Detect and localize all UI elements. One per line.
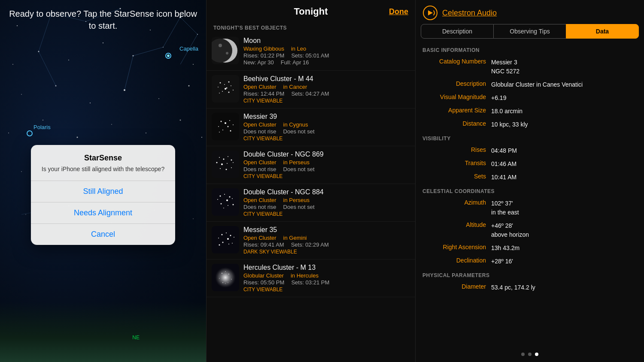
object-time-row: Rises: 01:22 PM Sets: 05:01 AM bbox=[243, 52, 410, 59]
list-item[interactable]: Messier 39 Open Cluster in Cygnus Does n… bbox=[207, 109, 415, 146]
horizon-glow bbox=[0, 302, 206, 362]
svg-point-36 bbox=[21, 171, 22, 172]
transits-label: Transits bbox=[422, 160, 491, 169]
pagination-dots bbox=[416, 348, 644, 362]
new-moon-date: New: Apr 30 bbox=[243, 59, 274, 66]
svg-point-67 bbox=[225, 122, 226, 124]
set-time: Does not set bbox=[283, 128, 315, 135]
svg-point-100 bbox=[226, 232, 227, 233]
dot-3[interactable] bbox=[535, 353, 538, 356]
svg-point-82 bbox=[227, 163, 228, 164]
svg-point-9 bbox=[68, 60, 69, 60]
svg-point-41 bbox=[25, 214, 26, 215]
tab-data[interactable]: Data bbox=[566, 24, 639, 39]
svg-point-55 bbox=[224, 84, 225, 85]
distance-value: 10 kpc, 33 kly bbox=[491, 120, 637, 129]
diameter-value: 53.4 pc, 174.2 ly bbox=[491, 283, 637, 292]
visual-magnitude-row: Visual Magnitude +6.19 bbox=[422, 91, 637, 105]
m35-thumbnail bbox=[212, 226, 239, 253]
svg-point-94 bbox=[221, 203, 222, 205]
dot-1[interactable] bbox=[521, 353, 525, 356]
svg-point-116 bbox=[228, 282, 228, 283]
svg-point-105 bbox=[222, 242, 224, 243]
object-time-row: Rises: 12:44 PM Sets: 04:27 AM bbox=[243, 90, 410, 97]
visual-magnitude-label: Visual Magnitude bbox=[422, 94, 491, 103]
object-details: Hercules Cluster - M 13 Globular Cluster… bbox=[243, 264, 410, 293]
rise-time: Does not rise bbox=[243, 204, 276, 210]
section-label: TONIGHT'S BEST OBJECTS bbox=[207, 21, 415, 33]
set-time: Sets: 02:29 AM bbox=[291, 241, 329, 248]
svg-point-83 bbox=[233, 162, 234, 163]
object-location: in Perseus bbox=[283, 197, 310, 203]
svg-point-111 bbox=[222, 273, 222, 274]
rise-time: Rises: 12:44 PM bbox=[243, 90, 284, 97]
declination-value: +28º 16' bbox=[491, 257, 637, 266]
cluster-icon bbox=[212, 188, 239, 216]
celestron-audio-link[interactable]: Celestron Audio bbox=[442, 9, 497, 18]
list-item[interactable]: Hercules Cluster - M 13 Globular Cluster… bbox=[207, 259, 415, 297]
object-type: Open Cluster bbox=[243, 197, 276, 203]
rise-time: Rises: 01:22 PM bbox=[243, 52, 284, 59]
list-item[interactable]: Moon Waxing Gibbous in Leo Rises: 01:22 … bbox=[207, 33, 415, 71]
svg-point-108 bbox=[232, 243, 233, 244]
svg-point-78 bbox=[228, 156, 228, 157]
cancel-button[interactable]: Cancel bbox=[31, 224, 175, 245]
svg-point-84 bbox=[220, 168, 221, 169]
tonight-title: Tonight bbox=[294, 6, 328, 17]
svg-point-117 bbox=[225, 271, 226, 272]
svg-point-16 bbox=[90, 103, 91, 103]
tonight-panel: Tonight Done TONIGHT'S BEST OBJECTS Moon… bbox=[206, 0, 416, 362]
distance-label: Distance bbox=[422, 120, 491, 129]
set-time: Does not set bbox=[283, 166, 315, 172]
object-type-row: Open Cluster in Perseus bbox=[243, 197, 410, 203]
dot-2[interactable] bbox=[528, 353, 532, 356]
svg-point-51 bbox=[219, 44, 222, 47]
list-item[interactable]: Double Cluster - NGC 884 Open Cluster in… bbox=[207, 184, 415, 222]
svg-point-7 bbox=[12, 64, 13, 65]
svg-point-26 bbox=[201, 137, 202, 138]
svg-point-118 bbox=[225, 283, 226, 284]
diameter-label: Diameter bbox=[422, 283, 491, 292]
catalog-label: Catalog Numbers bbox=[422, 58, 491, 76]
needs-alignment-button[interactable]: Needs Alignment bbox=[31, 202, 175, 223]
object-type: Waxing Gibbous bbox=[243, 45, 284, 52]
object-name: Moon bbox=[243, 37, 410, 45]
object-details: Messier 35 Open Cluster in Gemini Rises:… bbox=[243, 226, 410, 255]
svg-point-56 bbox=[228, 81, 230, 83]
right-ascension-row: Right Ascension 13h 43.2m bbox=[422, 241, 637, 255]
diameter-row: Diameter 53.4 pc, 174.2 ly bbox=[422, 281, 637, 294]
done-button[interactable]: Done bbox=[389, 7, 408, 16]
cluster-icon bbox=[212, 226, 239, 253]
viewable-badge: CITY VIEWABLE bbox=[243, 287, 410, 293]
audio-icon bbox=[422, 5, 438, 21]
list-item[interactable]: Double Cluster - NGC 869 Open Cluster in… bbox=[207, 146, 415, 184]
celestial-header: CELESTIAL COORDINATES bbox=[422, 184, 637, 197]
tab-description[interactable]: Description bbox=[421, 24, 494, 39]
svg-point-77 bbox=[223, 159, 225, 160]
rise-time: Does not rise bbox=[243, 128, 276, 135]
svg-point-112 bbox=[228, 274, 229, 275]
starsense-instruction: Ready to observe? Tap the StarSense icon… bbox=[0, 8, 206, 32]
object-details: Moon Waxing Gibbous in Leo Rises: 01:22 … bbox=[243, 37, 410, 66]
svg-point-80 bbox=[216, 162, 218, 163]
declination-label: Declination bbox=[422, 257, 491, 266]
set-time: Sets: 04:27 AM bbox=[291, 90, 329, 97]
object-type-row: Globular Cluster in Hercules bbox=[243, 272, 410, 279]
svg-point-22 bbox=[77, 137, 78, 138]
starsense-panel: Capella Polaris Ready to observe? Tap th… bbox=[0, 0, 206, 362]
tab-observing-tips[interactable]: Observing Tips bbox=[494, 24, 566, 39]
still-aligned-button[interactable]: Still Aligned bbox=[31, 181, 175, 202]
svg-line-32 bbox=[39, 51, 56, 86]
data-panel-header: Celestron Audio bbox=[416, 0, 644, 24]
basic-info-header: BASIC INFORMATION bbox=[422, 43, 637, 56]
svg-point-90 bbox=[229, 196, 231, 198]
altitude-value: +46º 28'above horizon bbox=[491, 221, 637, 239]
set-time: Sets: 05:01 AM bbox=[291, 52, 329, 59]
svg-point-95 bbox=[228, 205, 228, 206]
svg-point-102 bbox=[218, 238, 219, 238]
list-item[interactable]: Messier 35 Open Cluster in Gemini Rises:… bbox=[207, 222, 415, 259]
object-details: Beehive Cluster - M 44 Open Cluster in C… bbox=[243, 75, 410, 104]
list-item[interactable]: Beehive Cluster - M 44 Open Cluster in C… bbox=[207, 71, 415, 109]
set-time: Sets: 03:21 PM bbox=[291, 279, 329, 286]
object-name: Beehive Cluster - M 44 bbox=[243, 75, 410, 83]
